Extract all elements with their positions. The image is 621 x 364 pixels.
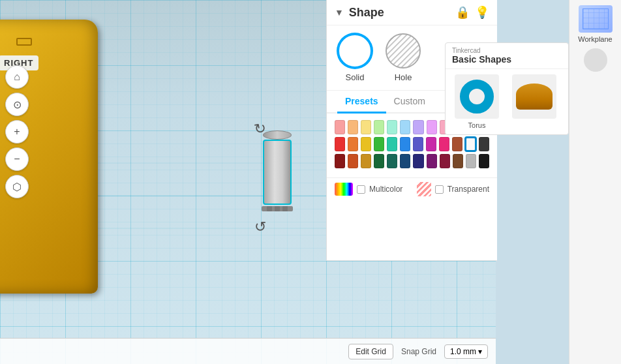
tab-custom[interactable]: Custom (386, 91, 433, 114)
solid-circle (337, 33, 372, 68)
color-swatch[interactable] (452, 137, 462, 151)
base-leg (267, 206, 272, 211)
left-toolbar: ⌂ ⊙ + − ⬡ (5, 65, 29, 198)
base-leg (282, 206, 288, 211)
multicolor-group: Multicolor (335, 183, 402, 196)
color-swatch[interactable] (361, 137, 371, 151)
workplane-icon[interactable] (579, 5, 613, 33)
color-swatch[interactable] (335, 120, 345, 134)
color-swatch[interactable] (453, 154, 463, 168)
color-swatch[interactable] (439, 137, 449, 151)
multicolor-label: Multicolor (369, 185, 402, 194)
color-swatch[interactable] (465, 137, 476, 151)
color-swatch[interactable] (479, 137, 489, 151)
swatch-row-3 (335, 154, 489, 168)
shapes-panel: Tinkercad Basic Shapes Torus (445, 42, 569, 135)
shape-collapse-arrow[interactable]: ▼ (335, 7, 344, 18)
shapes-header: Tinkercad Basic Shapes (446, 43, 568, 69)
workplane-grid-icon (583, 8, 609, 29)
shapes-brand: Tinkercad (452, 47, 562, 54)
zoom-fit-button[interactable]: ⊙ (5, 93, 29, 116)
transparent-checkbox[interactable] (435, 185, 444, 194)
color-swatch[interactable] (374, 137, 384, 151)
transparent-group: Transparent (417, 182, 489, 196)
snap-grid-label: Snap Grid (401, 347, 436, 356)
color-swatch[interactable] (335, 137, 345, 151)
bulb-icon[interactable]: 💡 (475, 5, 489, 20)
swatch-row-2 (335, 137, 489, 151)
base-leg (275, 206, 280, 211)
color-swatch[interactable] (440, 154, 450, 168)
shape-icon-top (16, 38, 32, 46)
color-swatch[interactable] (426, 137, 436, 151)
torus-shape-icon (460, 80, 494, 114)
cylinder-body (263, 140, 292, 205)
shapes-title: Basic Shapes (452, 54, 562, 65)
chevron-down-icon: ▾ (478, 347, 482, 356)
color-swatch[interactable] (361, 120, 371, 134)
hole-option[interactable]: Hole (386, 33, 421, 82)
solid-label: Solid (346, 72, 365, 82)
color-swatch[interactable] (479, 154, 489, 168)
lock-icon[interactable]: 🔒 (455, 5, 470, 20)
torus-thumbnail (455, 74, 499, 119)
color-swatch[interactable] (400, 154, 410, 168)
color-swatch[interactable] (374, 154, 384, 168)
bread-shape-icon (516, 83, 553, 110)
multicolor-icon (335, 183, 353, 196)
bread-thumbnail (512, 74, 556, 119)
color-swatch[interactable] (413, 120, 423, 134)
hole-circle (386, 33, 421, 68)
cylinder-top (263, 130, 292, 140)
color-swatch[interactable] (400, 120, 410, 134)
color-swatch[interactable] (466, 154, 476, 168)
shape-title: Shape (349, 6, 450, 20)
workplane-label: Workplane (578, 35, 612, 43)
shape-item-bread[interactable] (508, 74, 560, 129)
color-swatch[interactable] (348, 137, 358, 151)
color-swatch[interactable] (374, 120, 384, 134)
transparent-label: Transparent (447, 185, 489, 194)
multicolor-checkbox[interactable] (357, 185, 365, 194)
zoom-in-button[interactable]: + (5, 120, 29, 144)
shape-item-torus[interactable]: Torus (451, 74, 503, 129)
zoom-out-button[interactable]: − (5, 147, 29, 171)
color-swatch[interactable] (413, 137, 423, 151)
color-swatch[interactable] (348, 120, 358, 134)
tab-presets[interactable]: Presets (337, 91, 386, 114)
home-button[interactable]: ⌂ (5, 65, 29, 89)
bottom-bar: Edit Grid Snap Grid 1.0 mm ▾ (0, 338, 496, 364)
color-swatch[interactable] (387, 137, 397, 151)
transparent-icon (417, 182, 431, 196)
hole-label: Hole (395, 72, 412, 82)
color-swatch[interactable] (361, 154, 371, 168)
snap-value-selector[interactable]: 1.0 mm ▾ (444, 344, 488, 359)
torus-label: Torus (468, 121, 486, 129)
view-button[interactable]: ⬡ (5, 175, 29, 198)
snap-value-text: 1.0 mm (450, 347, 476, 356)
avatar (584, 48, 607, 72)
color-swatch[interactable] (427, 120, 437, 134)
color-swatch[interactable] (335, 154, 345, 168)
edit-grid-button[interactable]: Edit Grid (348, 344, 393, 359)
color-swatch[interactable] (348, 154, 358, 168)
color-swatch[interactable] (387, 154, 397, 168)
cylinder-object[interactable] (261, 130, 294, 215)
extra-options: Multicolor Transparent (327, 177, 497, 200)
cylinder-base (262, 206, 293, 211)
solid-option[interactable]: Solid (337, 33, 372, 82)
rotate-arrow-bottom[interactable]: ↺ (254, 219, 266, 235)
color-swatch[interactable] (413, 154, 423, 168)
workplane-panel: Workplane (569, 0, 621, 364)
shape-header: ▼ Shape 🔒 💡 (327, 0, 497, 25)
color-swatch[interactable] (400, 137, 410, 151)
shapes-list: Torus (446, 69, 568, 134)
color-swatch[interactable] (427, 154, 437, 168)
color-swatch[interactable] (387, 120, 397, 134)
